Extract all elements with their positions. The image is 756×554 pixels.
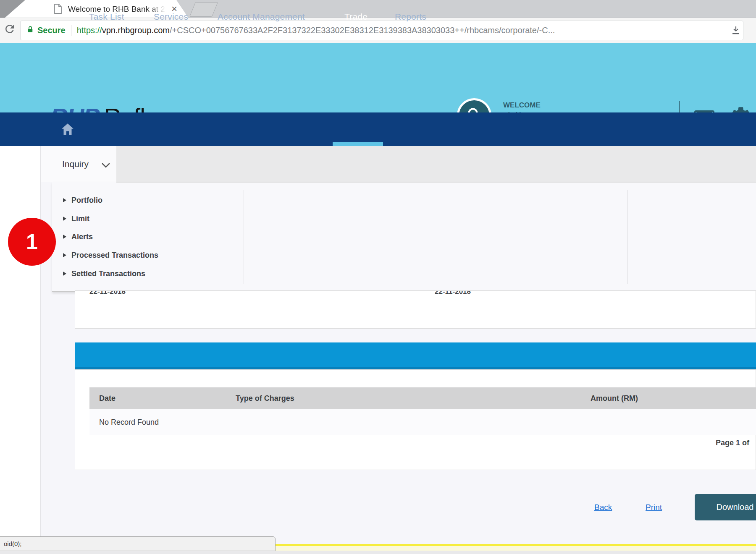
welcome-label: WELCOME xyxy=(503,101,631,110)
table-header-row: Date Type of Charges Amount (RM) xyxy=(89,387,756,409)
download-button[interactable]: Download xyxy=(695,494,756,520)
menu-item-label: Alerts xyxy=(71,233,93,241)
yellow-border-glow xyxy=(276,546,756,551)
column-header-type-of-charges: Type of Charges xyxy=(236,387,294,409)
annotation-step-badge: 1 xyxy=(8,218,56,266)
section-header-bar xyxy=(75,342,756,369)
nav-item-task-list[interactable]: Task List xyxy=(89,0,124,34)
nav-item-services[interactable]: Services xyxy=(154,0,188,34)
pagination-label: Page 1 of xyxy=(716,437,756,449)
inquiry-tab[interactable]: Inquiry xyxy=(41,146,116,182)
dropdown-column-divider xyxy=(244,190,244,284)
column-header-date: Date xyxy=(99,387,116,409)
page-document-icon xyxy=(54,4,62,16)
lock-icon xyxy=(26,24,34,37)
home-icon[interactable] xyxy=(61,123,74,137)
nav-item-account-management[interactable]: Account Management xyxy=(218,0,305,34)
print-link[interactable]: Print xyxy=(646,503,662,512)
date-value: 22-11-2018 xyxy=(89,290,126,296)
left-margin-column xyxy=(0,146,41,551)
dropdown-column-divider xyxy=(627,190,628,284)
results-panel: Date Type of Charges Amount (RM) No Reco… xyxy=(75,369,756,470)
window-bottom-edge xyxy=(0,551,756,554)
inquiry-tab-label: Inquiry xyxy=(62,146,89,182)
nav-item-trade[interactable]: Trade xyxy=(344,0,368,34)
column-header-amount: Amount (RM) xyxy=(591,387,638,409)
triangle-right-icon xyxy=(63,235,66,239)
menu-item-processed-transactions[interactable]: Processed Transactions xyxy=(63,251,158,260)
main-nav xyxy=(0,112,756,146)
submenu-bar xyxy=(116,146,756,182)
secure-label: Secure xyxy=(37,26,66,35)
status-bar: oid(0); xyxy=(0,536,276,551)
download-page-icon[interactable] xyxy=(731,25,741,37)
url-divider xyxy=(71,25,71,36)
triangle-right-icon xyxy=(63,217,66,221)
menu-item-alerts[interactable]: Alerts xyxy=(63,232,93,241)
dropdown-column-divider xyxy=(434,190,434,284)
menu-item-label: Processed Transactions xyxy=(71,251,158,260)
menu-item-limit[interactable]: Limit xyxy=(63,214,89,223)
reload-icon[interactable] xyxy=(3,23,17,36)
menu-item-label: Settled Transactions xyxy=(71,269,145,278)
criteria-box: 22-11-2018 22-11-2018 xyxy=(75,290,756,329)
nav-item-reports[interactable]: Reports xyxy=(395,0,426,34)
menu-item-label: Portfolio xyxy=(71,196,102,205)
new-tab-button[interactable] xyxy=(189,2,218,17)
table-row: No Record Found xyxy=(89,409,756,435)
triangle-right-icon xyxy=(63,253,66,257)
menu-item-label: Limit xyxy=(71,214,89,223)
chevron-down-icon xyxy=(102,162,110,170)
app-header: RHBReflex Inquirer WELCOME wirekl CORPOR… xyxy=(0,43,756,112)
triangle-right-icon xyxy=(63,198,66,202)
date-value: 22-11-2018 xyxy=(435,290,471,296)
menu-item-portfolio[interactable]: Portfolio xyxy=(63,196,102,205)
triangle-right-icon xyxy=(63,272,66,276)
menu-item-settled-transactions[interactable]: Settled Transactions xyxy=(63,269,145,278)
active-tab-underline xyxy=(333,142,383,146)
dropdown-top-border xyxy=(116,182,756,183)
inquiry-dropdown-panel: Portfolio Limit Alerts Processed Transac… xyxy=(52,182,756,292)
url-bar[interactable]: Secure https://vpn.rhbgroup.com/+CSCO+00… xyxy=(20,21,743,40)
browser-window: Welcome to RHB Bank at 23 No × Secure ht… xyxy=(0,0,756,554)
empty-message: No Record Found xyxy=(99,409,159,435)
back-link[interactable]: Back xyxy=(594,503,612,512)
